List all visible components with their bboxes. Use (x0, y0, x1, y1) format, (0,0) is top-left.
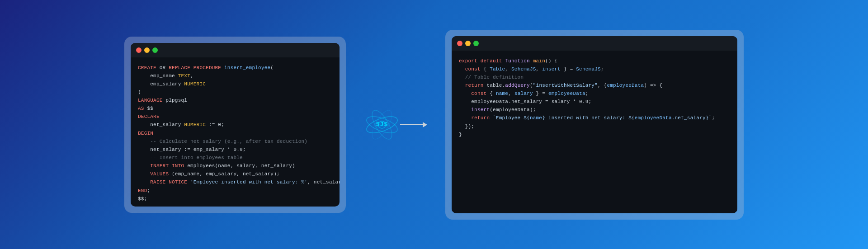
center-transition: SJS (346, 107, 445, 143)
js-line-5: return table.addQuery("insertWithNetSala… (459, 81, 730, 89)
dot-yellow-right (465, 41, 471, 46)
sql-line-6: AS $$ (138, 104, 332, 113)
sql-line-11: net_salary := emp_salary * 0.9; (138, 146, 332, 154)
right-panel: export default function main() { const {… (445, 30, 744, 220)
left-panel: CREATE OR REPLACE PROCEDURE insert_emplo… (124, 37, 346, 213)
arrow-shaft (400, 124, 423, 125)
sql-line-10: -- Calculate net salary (e.g., after tax… (138, 137, 332, 146)
js-line-11: }); (459, 122, 730, 131)
sql-line-9: BEGIN (138, 129, 332, 137)
js-line-7: employeeData.net_salary = salary * 0.9; (459, 98, 730, 106)
arrow-head (423, 122, 427, 127)
dot-red-left (136, 47, 142, 53)
sql-line-4: ) (138, 88, 332, 96)
dot-red-right (457, 41, 462, 46)
js-line-9: insert(employeeData); (459, 106, 730, 114)
arrow-right (400, 122, 427, 127)
sjs-label: SJS (376, 121, 388, 128)
sql-line-5: LANGUAGE plpgsql (138, 96, 332, 104)
sql-line-19: $$; (138, 195, 332, 203)
main-container: CREATE OR REPLACE PROCEDURE insert_emplo… (0, 0, 868, 249)
sql-line-15: VALUES (emp_name, emp_salary, net_salary… (138, 170, 332, 178)
sql-line-8: net_salary NUMERIC := 0; (138, 121, 332, 129)
js-line-12: } (459, 131, 730, 139)
dot-green-left (152, 47, 158, 53)
sql-line-7: DECLARE (138, 113, 332, 121)
left-code-content: CREATE OR REPLACE PROCEDURE insert_emplo… (131, 57, 340, 207)
js-line-2: const { Table, SchemaJS, insert } = Sche… (459, 65, 730, 73)
dot-green-right (473, 41, 479, 46)
sjs-logo: SJS (364, 107, 400, 143)
js-line-1: export default function main() { (459, 57, 730, 65)
sql-line-2: emp_name TEXT, (138, 72, 332, 80)
left-titlebar (131, 43, 340, 57)
dot-yellow-left (144, 47, 150, 53)
js-line-6: const { name, salary } = employeeData; (459, 89, 730, 98)
right-titlebar (452, 36, 737, 51)
right-code-window: export default function main() { const {… (452, 36, 737, 213)
sql-line-14: INSERT INTO employees(name, salary, net_… (138, 162, 332, 170)
right-code-content: export default function main() { const {… (452, 51, 737, 213)
js-line-4: // Table definition (459, 73, 730, 81)
sql-line-18: END; (138, 187, 332, 195)
sql-line-1: CREATE OR REPLACE PROCEDURE insert_emplo… (138, 64, 332, 72)
left-code-window: CREATE OR REPLACE PROCEDURE insert_emplo… (131, 43, 340, 207)
js-line-10: return `Employee ${name} inserted with n… (459, 114, 730, 122)
sql-line-13: -- Insert into employees table (138, 154, 332, 162)
sql-line-3: emp_salary NUMERIC (138, 80, 332, 88)
sql-line-17: RAISE NOTICE 'Employee inserted with net… (138, 178, 332, 186)
